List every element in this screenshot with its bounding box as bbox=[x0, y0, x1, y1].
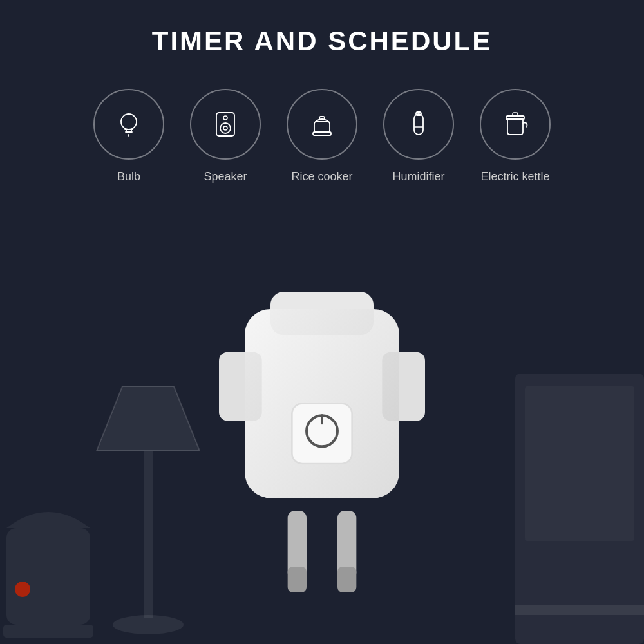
svg-rect-31 bbox=[337, 567, 356, 592]
svg-rect-11 bbox=[506, 116, 524, 120]
electric-kettle-icon bbox=[498, 108, 532, 141]
svg-point-15 bbox=[15, 582, 30, 597]
svg-rect-8 bbox=[414, 114, 423, 135]
svg-point-2 bbox=[220, 123, 231, 133]
icon-circle-rice-cooker bbox=[287, 89, 357, 160]
page-title: TIMER AND SCHEDULE bbox=[0, 26, 644, 57]
svg-point-0 bbox=[121, 114, 137, 129]
svg-point-4 bbox=[223, 116, 227, 120]
svg-rect-5 bbox=[319, 117, 325, 120]
icon-circle-bulb bbox=[93, 89, 164, 160]
svg-rect-6 bbox=[314, 122, 330, 132]
svg-rect-7 bbox=[313, 132, 331, 135]
icon-circle-humidifier bbox=[383, 89, 454, 160]
humidifier-label: Humidifier bbox=[392, 170, 444, 184]
rice-cooker-label: Rice cooker bbox=[291, 170, 352, 184]
rice-cooker-icon bbox=[305, 108, 339, 141]
svg-rect-30 bbox=[288, 567, 307, 592]
icon-circle-electric-kettle bbox=[480, 89, 551, 160]
icon-item-bulb: Bulb bbox=[93, 89, 164, 184]
icon-circle-speaker bbox=[190, 89, 261, 160]
lamp-silhouette bbox=[77, 348, 219, 644]
humidifier-icon bbox=[402, 108, 435, 141]
svg-rect-12 bbox=[144, 451, 153, 618]
speaker-icon bbox=[209, 108, 242, 141]
svg-point-3 bbox=[223, 126, 227, 130]
icon-item-speaker: Speaker bbox=[190, 89, 261, 184]
tv-silhouette bbox=[515, 374, 644, 644]
svg-rect-14 bbox=[6, 528, 90, 625]
svg-rect-19 bbox=[515, 605, 644, 615]
bulb-label: Bulb bbox=[117, 170, 140, 184]
scene-container bbox=[0, 283, 644, 644]
icons-row: Bulb Speaker bbox=[0, 76, 644, 196]
electric-kettle-label: Electric kettle bbox=[480, 170, 549, 184]
bulb-icon bbox=[112, 108, 146, 141]
ricecooker-bg-silhouette bbox=[0, 477, 97, 644]
svg-rect-18 bbox=[525, 386, 634, 541]
icon-item-rice-cooker: Rice cooker bbox=[287, 89, 357, 184]
icon-item-humidifier: Humidifier bbox=[383, 89, 454, 184]
main-container: TIMER AND SCHEDULE Bulb bbox=[0, 0, 644, 644]
svg-rect-25 bbox=[292, 404, 352, 464]
icon-item-electric-kettle: Electric kettle bbox=[480, 89, 551, 184]
svg-rect-16 bbox=[3, 625, 93, 638]
title-section: TIMER AND SCHEDULE bbox=[0, 0, 644, 76]
speaker-label: Speaker bbox=[204, 170, 247, 184]
svg-point-13 bbox=[113, 615, 184, 634]
